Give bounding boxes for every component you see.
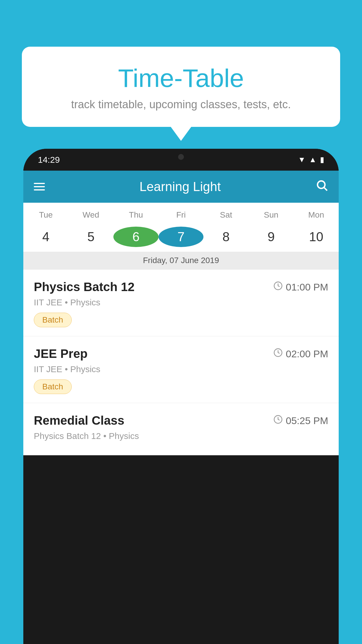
class-name-1: JEE Prep (34, 347, 87, 361)
class-header-1: JEE Prep 02:00 PM (34, 347, 328, 361)
wifi-icon: ▼ (298, 155, 306, 164)
date-7[interactable]: 7 (159, 224, 204, 249)
class-header-0: Physics Batch 12 01:00 PM (34, 280, 328, 294)
class-card-1[interactable]: JEE Prep 02:00 PM IIT JEE • Physics Batc… (23, 336, 339, 403)
date-10[interactable]: 10 (294, 224, 339, 249)
date-8[interactable]: 8 (203, 224, 249, 249)
day-thu: Thu (113, 208, 159, 222)
clock-icon-2 (273, 415, 283, 426)
clock-icon-1 (273, 348, 283, 360)
class-name-2: Remedial Class (34, 414, 124, 428)
batch-tag-0: Batch (34, 313, 72, 327)
svg-line-1 (324, 188, 327, 190)
day-mon: Mon (294, 208, 339, 222)
signal-icon: ▲ (309, 155, 317, 164)
phone-frame: 14:29 ▼ ▲ ▮ Learning Light (23, 149, 339, 644)
date-4[interactable]: 4 (23, 224, 68, 249)
day-numbers: 4 5 6 7 8 9 10 (23, 222, 339, 252)
calendar-strip: Tue Wed Thu Fri Sat Sun Mon 4 5 6 7 8 9 … (23, 203, 339, 270)
speech-bubble: Time-Table track timetable, upcoming cla… (22, 47, 340, 127)
date-9[interactable]: 9 (249, 224, 294, 249)
status-icons: ▼ ▲ ▮ (298, 155, 324, 164)
day-tue: Tue (23, 208, 68, 222)
clock-icon-0 (273, 281, 283, 293)
selected-date-label: Friday, 07 June 2019 (23, 252, 339, 269)
class-header-2: Remedial Class 05:25 PM (34, 414, 328, 428)
menu-button[interactable] (34, 183, 45, 190)
battery-icon: ▮ (320, 155, 324, 164)
class-meta-1: IIT JEE • Physics (34, 364, 328, 374)
class-time-2: 05:25 PM (273, 415, 328, 426)
camera-dot (178, 154, 184, 160)
day-headers: Tue Wed Thu Fri Sat Sun Mon (23, 203, 339, 222)
batch-tag-1: Batch (34, 379, 72, 394)
phone-notch (158, 149, 204, 165)
day-fri: Fri (159, 208, 204, 222)
svg-point-0 (317, 181, 325, 188)
day-sat: Sat (203, 208, 249, 222)
day-sun: Sun (249, 208, 294, 222)
search-button[interactable] (315, 179, 328, 195)
class-name-0: Physics Batch 12 (34, 280, 135, 294)
bubble-title: Time-Table (36, 64, 326, 92)
class-meta-2: Physics Batch 12 • Physics (34, 431, 328, 441)
status-bar: 14:29 ▼ ▲ ▮ (23, 149, 339, 171)
classes-list: Physics Batch 12 01:00 PM IIT JEE • Phys… (23, 270, 339, 455)
phone-screen: Learning Light Tue Wed Thu Fri Sat Sun M… (23, 171, 339, 455)
day-wed: Wed (68, 208, 114, 222)
phone-time: 14:29 (38, 155, 60, 165)
date-5[interactable]: 5 (68, 224, 114, 249)
app-title: Learning Light (45, 179, 315, 194)
class-meta-0: IIT JEE • Physics (34, 298, 328, 307)
class-card-2[interactable]: Remedial Class 05:25 PM Physics Batch 12… (23, 403, 339, 455)
class-card-0[interactable]: Physics Batch 12 01:00 PM IIT JEE • Phys… (23, 270, 339, 336)
app-bar: Learning Light (23, 171, 339, 203)
class-time-1: 02:00 PM (273, 348, 328, 360)
date-6[interactable]: 6 (113, 224, 159, 249)
bubble-subtitle: track timetable, upcoming classes, tests… (36, 98, 326, 111)
class-time-0: 01:00 PM (273, 281, 328, 293)
